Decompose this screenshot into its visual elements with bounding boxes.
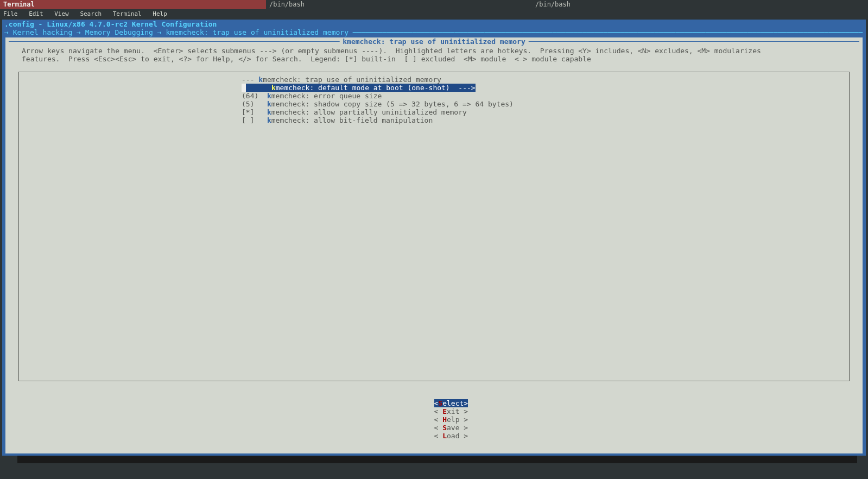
dialog-buttons: <Select> < Exit > < Help > < Save > < Lo… (5, 391, 863, 448)
breadcrumb: → Kernel hacking → Memory Debugging → km… (2, 28, 866, 37)
help-text: Arrow keys navigate the menu. <Enter> se… (5, 46, 863, 66)
save-button[interactable]: < Save > (434, 424, 468, 432)
menu-help[interactable]: Help (153, 10, 167, 17)
option-allow-bitfield[interactable]: [ ] kmemcheck: allow bit-field manipulat… (19, 116, 433, 124)
terminal-body: .config - Linux/x86 4.7.0-rc2 Kernel Con… (0, 20, 868, 463)
option-error-queue-size[interactable]: (64) kmemcheck: error queue size (19, 92, 382, 100)
load-button[interactable]: < Load > (434, 432, 468, 440)
option-default-mode[interactable]: kmemcheck: default mode at boot (one-sho… (242, 84, 476, 92)
options-list[interactable]: --- kmemcheck: trap use of uninitialized… (18, 72, 850, 381)
menubar: File Edit View Search Terminal Help (0, 9, 868, 20)
tab-terminal[interactable]: Terminal (0, 0, 266, 9)
menu-file[interactable]: File (3, 10, 18, 17)
help-button[interactable]: < Help > (434, 415, 468, 424)
menuconfig-dialog: kmemcheck: trap use of uninitialized mem… (5, 37, 863, 453)
config-title: .config - Linux/x86 4.7.0-rc2 Kernel Con… (2, 20, 866, 28)
dialog-shadow (17, 456, 857, 463)
menu-view[interactable]: View (54, 10, 69, 17)
exit-button[interactable]: < Exit > (434, 407, 468, 415)
menu-terminal[interactable]: Terminal (113, 10, 142, 17)
tab-bash-1[interactable]: /bin/bash (266, 0, 532, 9)
menu-edit[interactable]: Edit (29, 10, 43, 17)
select-button[interactable]: <Select> (434, 399, 468, 407)
window-titlebar: Terminal /bin/bash /bin/bash (0, 0, 868, 9)
menu-search[interactable]: Search (80, 10, 102, 17)
option-header: --- kmemcheck: trap use of uninitialized… (19, 75, 441, 84)
dialog-title: kmemcheck: trap use of uninitialized mem… (339, 37, 529, 46)
tab-bash-2[interactable]: /bin/bash (532, 0, 798, 9)
option-shadow-copy-size[interactable]: (5) kmemcheck: shadow copy size (5 => 32… (19, 100, 514, 108)
option-allow-partial-uninit[interactable]: [*] kmemcheck: allow partially uninitial… (19, 108, 467, 116)
